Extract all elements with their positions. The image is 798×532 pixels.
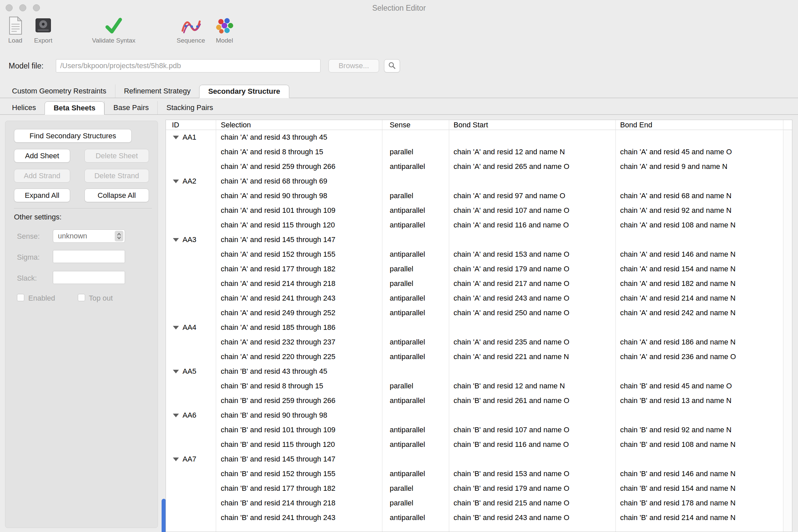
row-bond-end: chain 'B' and resid 146 and name N: [615, 467, 783, 481]
row-id: AA2: [183, 174, 196, 189]
table-row[interactable]: chain 'A' and resid 152 through 155 anti…: [166, 247, 783, 262]
tab-custom-geometry-restraints[interactable]: Custom Geometry Restraints: [3, 84, 115, 98]
row-bond-start: chain 'B' and resid 116 and name O: [449, 437, 615, 452]
top-out-checkbox[interactable]: [78, 294, 85, 301]
row-id: AA1: [183, 130, 196, 145]
sigma-input[interactable]: [53, 250, 125, 263]
row-bond-end: chain 'A' and resid 146 and name N: [615, 247, 783, 262]
table-row[interactable]: chain 'B' and resid 259 through 266 anti…: [166, 393, 783, 408]
find-secondary-structures-button[interactable]: Find Secondary Structures: [14, 129, 132, 142]
column-header-bond-end[interactable]: Bond End: [615, 120, 783, 130]
row-selection: chain 'A' and resid 214 through 218: [216, 276, 382, 291]
tab-beta-sheets[interactable]: Beta Sheets: [44, 101, 104, 115]
row-bond-end: chain 'B' and resid 154 and name N: [615, 481, 783, 496]
row-bond-start: [449, 452, 615, 467]
table-row[interactable]: chain 'A' and resid 90 through 98 parall…: [166, 189, 783, 203]
validate-syntax-button[interactable]: Validate Syntax: [84, 15, 143, 44]
disclosure-triangle-icon[interactable]: [173, 136, 179, 139]
row-id-cell: [166, 306, 216, 320]
model-button[interactable]: Model: [210, 15, 239, 44]
table-row[interactable]: chain 'A' and resid 101 through 109 anti…: [166, 203, 783, 218]
tab-base-pairs[interactable]: Base Pairs: [104, 101, 157, 114]
row-bond-start: chain 'A' and resid 116 and name O: [449, 218, 615, 232]
table-row[interactable]: chain 'B' and resid 115 through 120 anti…: [166, 437, 783, 452]
browse-button[interactable]: Browse...: [328, 59, 379, 73]
row-bond-start: chain 'A' and resid 179 and name O: [449, 262, 615, 276]
row-selection: chain 'A' and resid 68 through 69: [216, 174, 382, 189]
row-sense: antiparallel: [382, 393, 449, 408]
row-selection: chain 'A' and resid 249 through 252: [216, 306, 382, 320]
row-selection: chain 'B' and resid 90 through 98: [216, 408, 382, 423]
slack-input[interactable]: [53, 271, 125, 284]
enabled-checkbox[interactable]: [17, 294, 24, 301]
row-bond-start: chain 'A' and resid 250 and name O: [449, 306, 615, 320]
row-sense: parallel: [382, 379, 449, 393]
sense-dropdown[interactable]: unknown: [53, 229, 125, 243]
table-row[interactable]: chain 'A' and resid 241 through 243 anti…: [166, 291, 783, 306]
table-row[interactable]: chain 'B' and resid 152 through 155 anti…: [166, 467, 783, 481]
vertical-scrollbar[interactable]: [783, 130, 792, 532]
disclosure-triangle-icon[interactable]: [173, 326, 179, 329]
tab-helices[interactable]: Helices: [3, 101, 44, 114]
table-row[interactable]: chain 'B' and resid 177 through 182 para…: [166, 481, 783, 496]
column-header-selection[interactable]: Selection: [216, 120, 382, 130]
table-row[interactable]: chain 'A' and resid 214 through 218 para…: [166, 276, 783, 291]
table-row[interactable]: AA7 chain 'B' and resid 145 through 147: [166, 452, 783, 467]
row-bond-end: chain 'A' and resid 182 and name N: [615, 276, 783, 291]
row-bond-end: chain 'A' and resid 236 and name O: [615, 349, 783, 364]
row-bond-end: chain 'B' and resid 92 and name N: [615, 423, 783, 437]
table-row[interactable]: AA2 chain 'A' and resid 68 through 69: [166, 174, 783, 189]
table-row[interactable]: chain 'B' and resid 241 through 243 anti…: [166, 510, 783, 525]
table-row[interactable]: AA4 chain 'A' and resid 185 through 186: [166, 320, 783, 335]
other-settings-title: Other settings:: [14, 213, 61, 222]
disclosure-triangle-icon[interactable]: [173, 238, 179, 242]
model-file-input[interactable]: [56, 59, 321, 73]
export-button[interactable]: Export: [29, 15, 57, 44]
disclosure-triangle-icon[interactable]: [173, 179, 179, 183]
row-selection: chain 'B' and resid 152 through 155: [216, 467, 382, 481]
table-row[interactable]: chain 'A' and resid 115 through 120 anti…: [166, 218, 783, 232]
tab-secondary-structure[interactable]: Secondary Structure: [199, 85, 289, 98]
disclosure-triangle-icon[interactable]: [173, 457, 179, 461]
row-id-cell: [166, 189, 216, 203]
row-bond-end: chain 'A' and resid 108 and name N: [615, 218, 783, 232]
table-row[interactable]: chain 'B' and resid 101 through 109 anti…: [166, 423, 783, 437]
row-sense: [382, 174, 449, 189]
table-row[interactable]: AA6 chain 'B' and resid 90 through 98: [166, 408, 783, 423]
load-button[interactable]: Load: [3, 15, 28, 44]
table-row[interactable]: chain 'B' and resid 8 through 15 paralle…: [166, 379, 783, 393]
table-row[interactable]: AA3 chain 'A' and resid 145 through 147: [166, 232, 783, 247]
row-bond-start: [449, 408, 615, 423]
collapse-all-button[interactable]: Collapse All: [84, 189, 149, 202]
row-selection: chain 'A' and resid 220 through 225: [216, 349, 382, 364]
disclosure-triangle-icon[interactable]: [173, 414, 179, 417]
row-selection: chain 'B' and resid 214 through 218: [216, 496, 382, 510]
row-bond-start: chain 'B' and resid 215 and name O: [449, 496, 615, 510]
add-sheet-button[interactable]: Add Sheet: [14, 149, 70, 163]
column-divider: [783, 120, 783, 532]
column-header-id[interactable]: ID: [166, 120, 216, 130]
row-id-cell: [166, 145, 216, 159]
row-selection: chain 'A' and resid 90 through 98: [216, 189, 382, 203]
column-header-bond-start[interactable]: Bond Start: [449, 120, 615, 130]
row-id-cell: [166, 467, 216, 481]
expand-all-button[interactable]: Expand All: [14, 189, 70, 202]
table-row[interactable]: chain 'A' and resid 8 through 15 paralle…: [166, 145, 783, 159]
search-file-button[interactable]: [384, 59, 400, 73]
table-row[interactable]: chain 'A' and resid 220 through 225 anti…: [166, 349, 783, 364]
table-row[interactable]: AA5 chain 'B' and resid 43 through 45: [166, 364, 783, 379]
table-row[interactable]: chain 'A' and resid 249 through 252 anti…: [166, 306, 783, 320]
table-row[interactable]: chain 'A' and resid 177 through 182 para…: [166, 262, 783, 276]
row-id-cell: [166, 335, 216, 349]
tab-refinement-strategy[interactable]: Refinement Strategy: [115, 84, 200, 98]
sequence-button[interactable]: Sequence: [171, 15, 211, 44]
row-bond-end: [615, 408, 783, 423]
table-row[interactable]: chain 'A' and resid 232 through 237 anti…: [166, 335, 783, 349]
column-header-sense[interactable]: Sense: [382, 120, 449, 130]
table-row[interactable]: AA1 chain 'A' and resid 43 through 45: [166, 130, 783, 145]
tab-stacking-pairs[interactable]: Stacking Pairs: [157, 101, 222, 114]
table-row[interactable]: chain 'B' and resid 214 through 218 para…: [166, 496, 783, 510]
row-sense: antiparallel: [382, 335, 449, 349]
table-row[interactable]: chain 'A' and resid 259 through 266 anti…: [166, 159, 783, 174]
disclosure-triangle-icon[interactable]: [173, 370, 179, 374]
